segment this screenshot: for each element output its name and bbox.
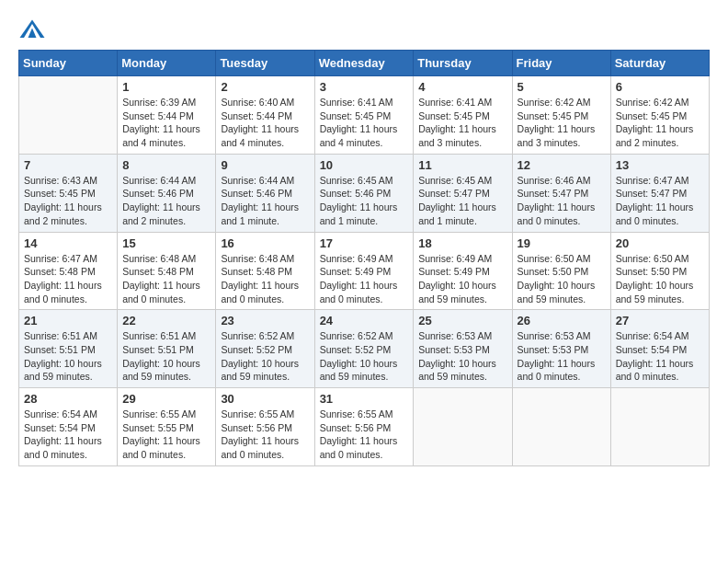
- calendar-cell: 6Sunrise: 6:42 AM Sunset: 5:45 PM Daylig…: [610, 76, 709, 155]
- calendar-header: SundayMondayTuesdayWednesdayThursdayFrid…: [19, 51, 710, 76]
- day-number: 10: [320, 158, 409, 172]
- weekday-header-monday: Monday: [118, 51, 216, 76]
- day-number: 15: [122, 236, 210, 250]
- calendar-cell: [512, 388, 610, 466]
- calendar-cell: 29Sunrise: 6:55 AM Sunset: 5:55 PM Dayli…: [118, 388, 216, 466]
- weekday-header-friday: Friday: [512, 51, 610, 76]
- day-number: 25: [418, 314, 506, 327]
- calendar-cell: 21Sunrise: 6:51 AM Sunset: 5:51 PM Dayli…: [19, 310, 118, 388]
- day-info: Sunrise: 6:47 AM Sunset: 5:47 PM Dayligh…: [616, 174, 704, 228]
- calendar-cell: 9Sunrise: 6:44 AM Sunset: 5:46 PM Daylig…: [216, 154, 314, 232]
- day-info: Sunrise: 6:49 AM Sunset: 5:49 PM Dayligh…: [418, 252, 506, 306]
- calendar: SundayMondayTuesdayWednesdayThursdayFrid…: [18, 50, 710, 466]
- calendar-cell: 15Sunrise: 6:48 AM Sunset: 5:48 PM Dayli…: [118, 232, 216, 310]
- day-number: 9: [221, 158, 309, 172]
- day-number: 30: [221, 392, 309, 406]
- calendar-cell: 24Sunrise: 6:52 AM Sunset: 5:52 PM Dayli…: [314, 310, 414, 388]
- day-info: Sunrise: 6:39 AM Sunset: 5:44 PM Dayligh…: [122, 96, 210, 150]
- calendar-cell: 13Sunrise: 6:47 AM Sunset: 5:47 PM Dayli…: [610, 154, 709, 232]
- calendar-cell: 18Sunrise: 6:49 AM Sunset: 5:49 PM Dayli…: [414, 232, 512, 310]
- calendar-body: 1Sunrise: 6:39 AM Sunset: 5:44 PM Daylig…: [19, 76, 710, 466]
- day-number: 19: [518, 236, 606, 250]
- day-number: 26: [518, 314, 606, 327]
- calendar-cell: 19Sunrise: 6:50 AM Sunset: 5:50 PM Dayli…: [512, 232, 610, 310]
- logo: [18, 18, 50, 40]
- calendar-cell: 16Sunrise: 6:48 AM Sunset: 5:48 PM Dayli…: [216, 232, 314, 310]
- day-number: 20: [616, 236, 704, 250]
- calendar-cell: [19, 76, 118, 155]
- day-info: Sunrise: 6:43 AM Sunset: 5:45 PM Dayligh…: [24, 174, 112, 228]
- day-info: Sunrise: 6:45 AM Sunset: 5:47 PM Dayligh…: [418, 174, 506, 228]
- calendar-cell: 22Sunrise: 6:51 AM Sunset: 5:51 PM Dayli…: [118, 310, 216, 388]
- calendar-cell: 1Sunrise: 6:39 AM Sunset: 5:44 PM Daylig…: [118, 76, 216, 155]
- weekday-header-tuesday: Tuesday: [216, 51, 314, 76]
- calendar-week-row: 14Sunrise: 6:47 AM Sunset: 5:48 PM Dayli…: [19, 232, 710, 310]
- day-info: Sunrise: 6:50 AM Sunset: 5:50 PM Dayligh…: [518, 252, 606, 306]
- day-info: Sunrise: 6:47 AM Sunset: 5:48 PM Dayligh…: [24, 252, 112, 306]
- day-number: 14: [24, 236, 112, 250]
- day-info: Sunrise: 6:44 AM Sunset: 5:46 PM Dayligh…: [221, 174, 309, 228]
- day-info: Sunrise: 6:53 AM Sunset: 5:53 PM Dayligh…: [518, 329, 606, 384]
- day-info: Sunrise: 6:52 AM Sunset: 5:52 PM Dayligh…: [320, 329, 409, 384]
- day-info: Sunrise: 6:51 AM Sunset: 5:51 PM Dayligh…: [24, 329, 112, 384]
- day-info: Sunrise: 6:48 AM Sunset: 5:48 PM Dayligh…: [221, 252, 309, 306]
- logo-icon: [18, 18, 46, 40]
- calendar-cell: 20Sunrise: 6:50 AM Sunset: 5:50 PM Dayli…: [610, 232, 709, 310]
- calendar-cell: 14Sunrise: 6:47 AM Sunset: 5:48 PM Dayli…: [19, 232, 118, 310]
- calendar-cell: 17Sunrise: 6:49 AM Sunset: 5:49 PM Dayli…: [314, 232, 414, 310]
- day-info: Sunrise: 6:53 AM Sunset: 5:53 PM Dayligh…: [418, 329, 506, 384]
- day-number: 21: [24, 314, 112, 327]
- calendar-week-row: 28Sunrise: 6:54 AM Sunset: 5:54 PM Dayli…: [19, 388, 710, 466]
- calendar-cell: 26Sunrise: 6:53 AM Sunset: 5:53 PM Dayli…: [512, 310, 610, 388]
- calendar-cell: 5Sunrise: 6:42 AM Sunset: 5:45 PM Daylig…: [512, 76, 610, 155]
- day-number: 27: [616, 314, 704, 327]
- calendar-cell: 4Sunrise: 6:41 AM Sunset: 5:45 PM Daylig…: [414, 76, 512, 155]
- day-number: 1: [122, 80, 210, 94]
- day-number: 13: [616, 158, 704, 172]
- day-info: Sunrise: 6:46 AM Sunset: 5:47 PM Dayligh…: [518, 174, 606, 228]
- day-number: 29: [122, 392, 210, 406]
- day-number: 16: [221, 236, 309, 250]
- day-number: 23: [221, 314, 309, 327]
- day-number: 7: [24, 158, 112, 172]
- day-info: Sunrise: 6:42 AM Sunset: 5:45 PM Dayligh…: [518, 96, 606, 150]
- day-info: Sunrise: 6:45 AM Sunset: 5:46 PM Dayligh…: [320, 174, 409, 228]
- day-number: 3: [320, 80, 409, 94]
- calendar-cell: 25Sunrise: 6:53 AM Sunset: 5:53 PM Dayli…: [414, 310, 512, 388]
- calendar-cell: 30Sunrise: 6:55 AM Sunset: 5:56 PM Dayli…: [216, 388, 314, 466]
- day-number: 4: [418, 80, 506, 94]
- weekday-header-sunday: Sunday: [19, 51, 118, 76]
- day-info: Sunrise: 6:49 AM Sunset: 5:49 PM Dayligh…: [320, 252, 409, 306]
- day-info: Sunrise: 6:55 AM Sunset: 5:56 PM Dayligh…: [320, 408, 409, 462]
- day-info: Sunrise: 6:48 AM Sunset: 5:48 PM Dayligh…: [122, 252, 210, 306]
- day-number: 17: [320, 236, 409, 250]
- day-info: Sunrise: 6:41 AM Sunset: 5:45 PM Dayligh…: [418, 96, 506, 150]
- day-info: Sunrise: 6:42 AM Sunset: 5:45 PM Dayligh…: [616, 96, 704, 150]
- day-info: Sunrise: 6:40 AM Sunset: 5:44 PM Dayligh…: [221, 96, 309, 150]
- calendar-cell: 10Sunrise: 6:45 AM Sunset: 5:46 PM Dayli…: [314, 154, 414, 232]
- calendar-cell: 11Sunrise: 6:45 AM Sunset: 5:47 PM Dayli…: [414, 154, 512, 232]
- day-info: Sunrise: 6:50 AM Sunset: 5:50 PM Dayligh…: [616, 252, 704, 306]
- day-info: Sunrise: 6:55 AM Sunset: 5:56 PM Dayligh…: [221, 408, 309, 462]
- day-info: Sunrise: 6:51 AM Sunset: 5:51 PM Dayligh…: [122, 329, 210, 384]
- day-number: 11: [418, 158, 506, 172]
- calendar-cell: 12Sunrise: 6:46 AM Sunset: 5:47 PM Dayli…: [512, 154, 610, 232]
- weekday-row: SundayMondayTuesdayWednesdayThursdayFrid…: [19, 51, 710, 76]
- day-number: 2: [221, 80, 309, 94]
- calendar-cell: 3Sunrise: 6:41 AM Sunset: 5:45 PM Daylig…: [314, 76, 414, 155]
- calendar-cell: 23Sunrise: 6:52 AM Sunset: 5:52 PM Dayli…: [216, 310, 314, 388]
- calendar-cell: 7Sunrise: 6:43 AM Sunset: 5:45 PM Daylig…: [19, 154, 118, 232]
- day-number: 24: [320, 314, 409, 327]
- weekday-header-thursday: Thursday: [414, 51, 512, 76]
- day-info: Sunrise: 6:54 AM Sunset: 5:54 PM Dayligh…: [616, 329, 704, 384]
- day-number: 28: [24, 392, 112, 406]
- calendar-cell: 31Sunrise: 6:55 AM Sunset: 5:56 PM Dayli…: [314, 388, 414, 466]
- day-number: 8: [122, 158, 210, 172]
- day-info: Sunrise: 6:41 AM Sunset: 5:45 PM Dayligh…: [320, 96, 409, 150]
- day-number: 31: [320, 392, 409, 406]
- day-number: 22: [122, 314, 210, 327]
- calendar-week-row: 21Sunrise: 6:51 AM Sunset: 5:51 PM Dayli…: [19, 310, 710, 388]
- calendar-cell: 27Sunrise: 6:54 AM Sunset: 5:54 PM Dayli…: [610, 310, 709, 388]
- weekday-header-saturday: Saturday: [610, 51, 709, 76]
- page-header: [18, 18, 710, 40]
